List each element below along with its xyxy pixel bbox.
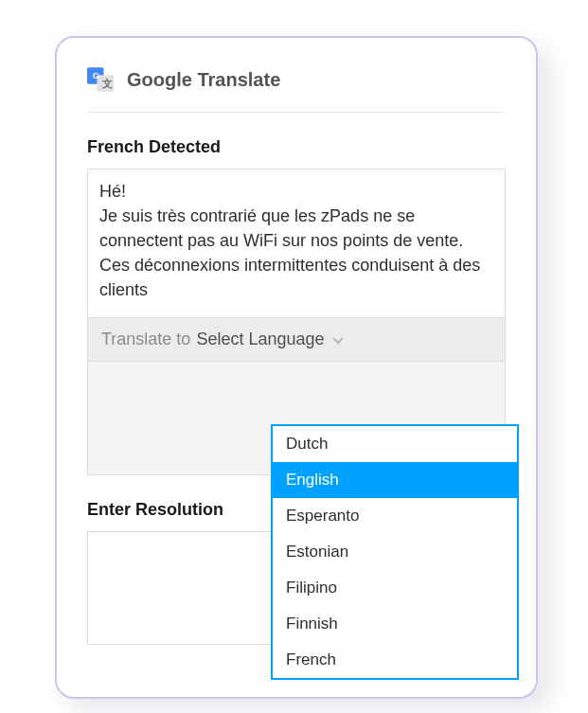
- language-option-estonian[interactable]: Estonian: [273, 534, 517, 570]
- google-translate-icon: G 文: [87, 66, 114, 93]
- translate-to-label: Translate to: [101, 330, 190, 349]
- header: G 文 Google Translate: [87, 66, 506, 113]
- language-option-english[interactable]: English: [273, 462, 517, 498]
- app-card: G 文 Google Translate French Detected Hé!…: [55, 36, 538, 699]
- language-option-finnish[interactable]: Finnish: [273, 606, 517, 642]
- detected-language-label: French Detected: [87, 137, 506, 157]
- language-option-filipino[interactable]: Filipino: [273, 570, 517, 606]
- header-title: Google Translate: [127, 69, 280, 91]
- language-select[interactable]: Select Language: [196, 330, 324, 349]
- language-option-french[interactable]: French: [273, 642, 517, 678]
- language-option-esperanto[interactable]: Esperanto: [273, 498, 517, 534]
- translate-to-bar: Translate to Select Language: [87, 318, 506, 362]
- source-text-box[interactable]: Hé! Je suis très contrarié que les zPads…: [87, 169, 506, 318]
- source-text: Hé! Je suis très contrarié que les zPads…: [99, 182, 485, 299]
- language-option-dutch[interactable]: Dutch: [273, 426, 517, 462]
- svg-text:文: 文: [101, 78, 113, 89]
- chevron-down-icon[interactable]: [330, 332, 346, 348]
- language-dropdown: DutchEnglishEsperantoEstonianFilipinoFin…: [271, 424, 519, 680]
- svg-text:G: G: [93, 71, 99, 80]
